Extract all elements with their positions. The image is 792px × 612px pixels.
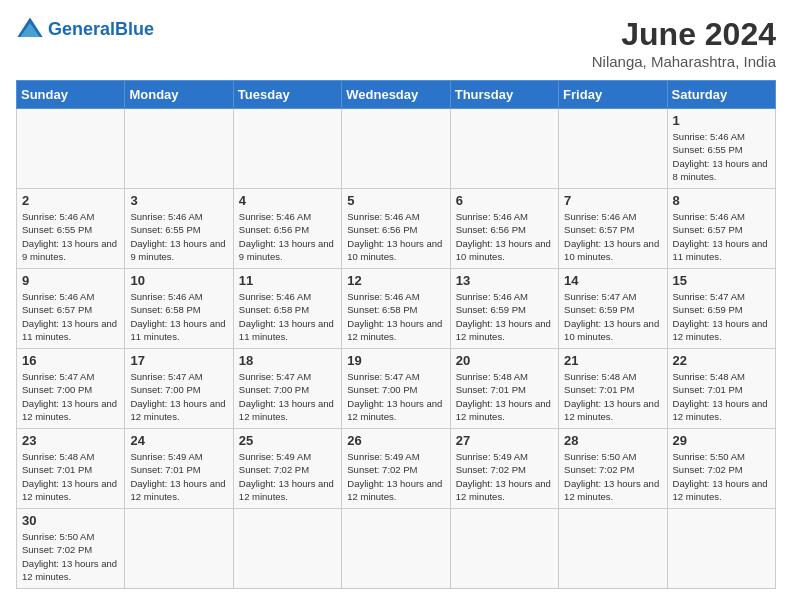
calendar-header-tuesday: Tuesday [233,81,341,109]
calendar-week-row: 23Sunrise: 5:48 AMSunset: 7:01 PMDayligh… [17,429,776,509]
calendar-day-cell: 1Sunrise: 5:46 AMSunset: 6:55 PMDaylight… [667,109,775,189]
day-info: Sunrise: 5:50 AMSunset: 7:02 PMDaylight:… [673,450,770,503]
day-number: 28 [564,433,661,448]
day-number: 7 [564,193,661,208]
day-number: 27 [456,433,553,448]
calendar-day-cell: 28Sunrise: 5:50 AMSunset: 7:02 PMDayligh… [559,429,667,509]
calendar-day-cell: 6Sunrise: 5:46 AMSunset: 6:56 PMDaylight… [450,189,558,269]
day-info: Sunrise: 5:47 AMSunset: 7:00 PMDaylight:… [347,370,444,423]
day-number: 2 [22,193,119,208]
calendar-header-wednesday: Wednesday [342,81,450,109]
calendar-header-sunday: Sunday [17,81,125,109]
day-info: Sunrise: 5:50 AMSunset: 7:02 PMDaylight:… [22,530,119,583]
day-number: 6 [456,193,553,208]
calendar-week-row: 2Sunrise: 5:46 AMSunset: 6:55 PMDaylight… [17,189,776,269]
calendar-day-cell: 9Sunrise: 5:46 AMSunset: 6:57 PMDaylight… [17,269,125,349]
day-info: Sunrise: 5:46 AMSunset: 6:56 PMDaylight:… [347,210,444,263]
calendar-day-cell: 15Sunrise: 5:47 AMSunset: 6:59 PMDayligh… [667,269,775,349]
calendar-day-cell: 20Sunrise: 5:48 AMSunset: 7:01 PMDayligh… [450,349,558,429]
calendar-day-cell: 19Sunrise: 5:47 AMSunset: 7:00 PMDayligh… [342,349,450,429]
calendar-day-cell: 17Sunrise: 5:47 AMSunset: 7:00 PMDayligh… [125,349,233,429]
day-info: Sunrise: 5:47 AMSunset: 7:00 PMDaylight:… [130,370,227,423]
calendar-day-cell: 12Sunrise: 5:46 AMSunset: 6:58 PMDayligh… [342,269,450,349]
day-info: Sunrise: 5:46 AMSunset: 6:55 PMDaylight:… [130,210,227,263]
calendar-day-cell [233,109,341,189]
calendar-day-cell [342,109,450,189]
day-number: 30 [22,513,119,528]
calendar-day-cell: 21Sunrise: 5:48 AMSunset: 7:01 PMDayligh… [559,349,667,429]
calendar-day-cell: 7Sunrise: 5:46 AMSunset: 6:57 PMDaylight… [559,189,667,269]
day-info: Sunrise: 5:49 AMSunset: 7:02 PMDaylight:… [347,450,444,503]
calendar-day-cell [450,109,558,189]
day-info: Sunrise: 5:49 AMSunset: 7:01 PMDaylight:… [130,450,227,503]
calendar-day-cell: 24Sunrise: 5:49 AMSunset: 7:01 PMDayligh… [125,429,233,509]
calendar-week-row: 1Sunrise: 5:46 AMSunset: 6:55 PMDaylight… [17,109,776,189]
day-info: Sunrise: 5:47 AMSunset: 6:59 PMDaylight:… [564,290,661,343]
day-number: 4 [239,193,336,208]
day-number: 19 [347,353,444,368]
calendar-day-cell: 23Sunrise: 5:48 AMSunset: 7:01 PMDayligh… [17,429,125,509]
page-header: GeneralBlue June 2024 Nilanga, Maharasht… [16,16,776,70]
day-info: Sunrise: 5:46 AMSunset: 6:58 PMDaylight:… [239,290,336,343]
day-number: 26 [347,433,444,448]
calendar-day-cell: 27Sunrise: 5:49 AMSunset: 7:02 PMDayligh… [450,429,558,509]
day-number: 21 [564,353,661,368]
day-number: 18 [239,353,336,368]
day-info: Sunrise: 5:46 AMSunset: 6:56 PMDaylight:… [456,210,553,263]
calendar-day-cell: 4Sunrise: 5:46 AMSunset: 6:56 PMDaylight… [233,189,341,269]
day-number: 8 [673,193,770,208]
calendar-day-cell [233,509,341,589]
day-info: Sunrise: 5:46 AMSunset: 6:58 PMDaylight:… [130,290,227,343]
calendar-week-row: 9Sunrise: 5:46 AMSunset: 6:57 PMDaylight… [17,269,776,349]
day-info: Sunrise: 5:48 AMSunset: 7:01 PMDaylight:… [22,450,119,503]
calendar-day-cell: 8Sunrise: 5:46 AMSunset: 6:57 PMDaylight… [667,189,775,269]
calendar-week-row: 30Sunrise: 5:50 AMSunset: 7:02 PMDayligh… [17,509,776,589]
calendar-day-cell: 10Sunrise: 5:46 AMSunset: 6:58 PMDayligh… [125,269,233,349]
calendar-day-cell: 5Sunrise: 5:46 AMSunset: 6:56 PMDaylight… [342,189,450,269]
calendar-day-cell: 22Sunrise: 5:48 AMSunset: 7:01 PMDayligh… [667,349,775,429]
calendar-day-cell: 13Sunrise: 5:46 AMSunset: 6:59 PMDayligh… [450,269,558,349]
day-info: Sunrise: 5:48 AMSunset: 7:01 PMDaylight:… [564,370,661,423]
day-number: 20 [456,353,553,368]
calendar-day-cell [342,509,450,589]
calendar-day-cell [17,109,125,189]
day-number: 29 [673,433,770,448]
calendar-day-cell: 29Sunrise: 5:50 AMSunset: 7:02 PMDayligh… [667,429,775,509]
day-number: 9 [22,273,119,288]
day-info: Sunrise: 5:46 AMSunset: 6:55 PMDaylight:… [673,130,770,183]
calendar-day-cell: 11Sunrise: 5:46 AMSunset: 6:58 PMDayligh… [233,269,341,349]
calendar-day-cell: 2Sunrise: 5:46 AMSunset: 6:55 PMDaylight… [17,189,125,269]
day-info: Sunrise: 5:49 AMSunset: 7:02 PMDaylight:… [456,450,553,503]
day-info: Sunrise: 5:46 AMSunset: 6:57 PMDaylight:… [673,210,770,263]
calendar-day-cell [559,109,667,189]
title-area: June 2024 Nilanga, Maharashtra, India [592,16,776,70]
calendar-day-cell: 3Sunrise: 5:46 AMSunset: 6:55 PMDaylight… [125,189,233,269]
day-info: Sunrise: 5:46 AMSunset: 6:57 PMDaylight:… [22,290,119,343]
day-number: 3 [130,193,227,208]
day-info: Sunrise: 5:47 AMSunset: 6:59 PMDaylight:… [673,290,770,343]
calendar-header-saturday: Saturday [667,81,775,109]
day-info: Sunrise: 5:50 AMSunset: 7:02 PMDaylight:… [564,450,661,503]
day-info: Sunrise: 5:46 AMSunset: 6:56 PMDaylight:… [239,210,336,263]
day-info: Sunrise: 5:48 AMSunset: 7:01 PMDaylight:… [456,370,553,423]
day-info: Sunrise: 5:47 AMSunset: 7:00 PMDaylight:… [22,370,119,423]
calendar-day-cell: 16Sunrise: 5:47 AMSunset: 7:00 PMDayligh… [17,349,125,429]
calendar-day-cell [125,109,233,189]
day-number: 23 [22,433,119,448]
calendar-day-cell: 30Sunrise: 5:50 AMSunset: 7:02 PMDayligh… [17,509,125,589]
calendar-header-thursday: Thursday [450,81,558,109]
day-info: Sunrise: 5:47 AMSunset: 7:00 PMDaylight:… [239,370,336,423]
day-info: Sunrise: 5:46 AMSunset: 6:59 PMDaylight:… [456,290,553,343]
day-number: 12 [347,273,444,288]
day-number: 15 [673,273,770,288]
month-year: June 2024 [592,16,776,53]
day-info: Sunrise: 5:48 AMSunset: 7:01 PMDaylight:… [673,370,770,423]
day-number: 10 [130,273,227,288]
calendar-day-cell [667,509,775,589]
day-number: 17 [130,353,227,368]
location: Nilanga, Maharashtra, India [592,53,776,70]
calendar-day-cell [559,509,667,589]
day-number: 14 [564,273,661,288]
day-number: 25 [239,433,336,448]
day-number: 24 [130,433,227,448]
